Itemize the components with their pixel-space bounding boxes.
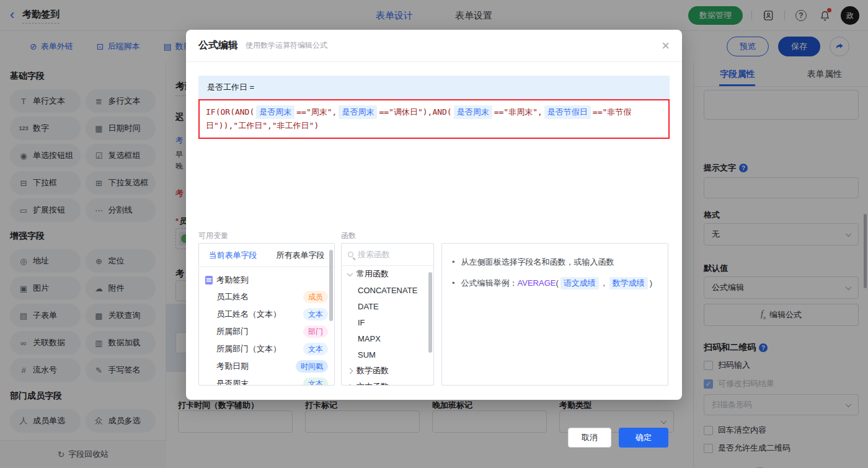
field-type-badge: 成员 (303, 291, 328, 303)
field-type-badge: 文本 (303, 308, 328, 320)
hint-line-1: •从左侧面板选择字段名和函数，或输入函数 (452, 256, 658, 268)
chevron-down-icon (347, 270, 353, 276)
code-token: =="周末", (296, 107, 337, 117)
variables-root-node[interactable]: 考勤签到 (199, 272, 334, 288)
variables-list: 考勤签到 员工姓名成员员工姓名（文本）文本所属部门部门所属部门（文本）文本考勤日… (199, 267, 334, 386)
code-token: IF(OR(AND( (206, 107, 254, 117)
dialog-header: 公式编辑 使用数学运算符编辑公式 × (186, 30, 682, 62)
form-doc-icon (205, 276, 213, 285)
formula-target-bar: 是否工作日 = (198, 76, 670, 99)
chevron-right-icon (347, 384, 353, 386)
variable-row-所属部门[interactable]: 所属部门部门 (199, 323, 334, 340)
tab-current-form-fields[interactable]: 当前表单字段 (209, 250, 257, 261)
field-type-badge: 文本 (303, 377, 328, 386)
variables-rows: 员工姓名成员员工姓名（文本）文本所属部门部门所属部门（文本）文本考勤日期时间戳是… (199, 288, 334, 386)
chevron-right-icon (347, 368, 353, 374)
field-token-chip[interactable]: 是否节假日 (544, 105, 591, 119)
variable-row-是否周末[interactable]: 是否周末文本 (199, 375, 334, 386)
variables-tabs: 当前表单字段 所有表单字段 (199, 244, 334, 267)
function-group-文本函数[interactable]: 文本函数 (342, 379, 433, 386)
function-search (342, 244, 433, 266)
function-group-常用函数[interactable]: 常用函数 (342, 266, 433, 282)
code-token: =="调休日"),AND( (379, 107, 451, 117)
function-item-DATE[interactable]: DATE (342, 298, 433, 314)
formula-code-editor[interactable]: IF(OR(AND(是否周末=="周末",是否周末=="调休日"),AND(是否… (198, 99, 670, 139)
field-token-chip[interactable]: 是否周末 (454, 105, 492, 119)
variable-row-所属部门（文本）[interactable]: 所属部门（文本）文本 (199, 340, 334, 358)
close-icon[interactable]: × (662, 39, 670, 53)
field-type-badge: 部门 (303, 325, 328, 338)
dialog-subtitle: 使用数学运算符编辑公式 (246, 40, 327, 51)
variable-row-考勤日期[interactable]: 考勤日期时间戳 (199, 358, 334, 375)
function-item-SUM[interactable]: SUM (342, 347, 433, 363)
field-type-badge: 时间戳 (296, 360, 328, 373)
variable-row-员工姓名[interactable]: 员工姓名成员 (199, 288, 334, 306)
function-item-IF[interactable]: IF (342, 314, 433, 330)
functions-label: 函数 (341, 231, 356, 241)
field-type-badge: 文本 (303, 343, 328, 355)
example-function-name: AVERAGE (518, 278, 556, 288)
field-token-chip[interactable]: 是否周末 (256, 105, 294, 119)
formula-help-panel: •从左侧面板选择字段名和函数，或输入函数 • 公式编辑举例：AVERAGE(语文… (441, 243, 668, 386)
variables-scrollbar[interactable] (329, 250, 333, 321)
variable-row-员工姓名（文本）[interactable]: 员工姓名（文本）文本 (199, 306, 334, 323)
functions-panel: 常用函数CONCATENATEDATEIFMAPXSUM数学函数文本函数 (341, 243, 434, 386)
function-item-CONCATENATE[interactable]: CONCATENATE (342, 282, 433, 298)
function-item-MAPX[interactable]: MAPX (342, 330, 433, 347)
formula-editor-dialog: 公式编辑 使用数学运算符编辑公式 × 是否工作日 = IF(OR(AND(是否周… (186, 30, 682, 400)
dialog-footer: 取消 确定 (568, 428, 668, 448)
search-icon (348, 252, 353, 257)
confirm-button[interactable]: 确定 (619, 428, 668, 448)
field-token-chip: 数学成绩 (609, 277, 648, 289)
function-group-数学函数[interactable]: 数学函数 (342, 363, 433, 379)
cancel-button[interactable]: 取消 (568, 428, 611, 448)
field-token-chip: 语文成绩 (560, 277, 599, 289)
functions-scrollbar[interactable] (428, 272, 432, 353)
variables-label: 可用变量 (198, 231, 228, 241)
dialog-body: 是否工作日 = IF(OR(AND(是否周末=="周末",是否周末=="调休日"… (186, 62, 682, 400)
tab-all-form-fields[interactable]: 所有表单字段 (277, 250, 325, 261)
example-tokens: 语文成绩 , 数学成绩 (559, 278, 650, 288)
field-token-chip[interactable]: 是否周末 (339, 105, 377, 119)
dialog-title: 公式编辑 (198, 39, 238, 52)
functions-tree: 常用函数CONCATENATEDATEIFMAPXSUM数学函数文本函数 (342, 266, 433, 386)
code-token: =="非周末", (494, 107, 542, 117)
variables-panel: 当前表单字段 所有表单字段 考勤签到 员工姓名成员员工姓名（文本）文本所属部门部… (198, 243, 335, 386)
function-search-input[interactable] (358, 250, 420, 259)
hint-line-2: • 公式编辑举例：AVERAGE(语文成绩 , 数学成绩) (452, 277, 658, 289)
